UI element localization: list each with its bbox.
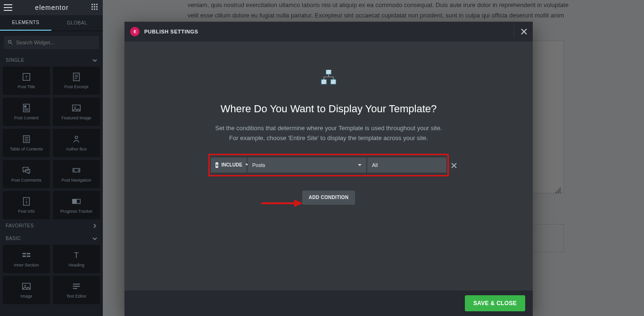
elementor-badge-icon: E: [130, 27, 140, 36]
widget-label: Text Editor: [66, 294, 87, 299]
search-icon: [8, 40, 13, 45]
widget-search[interactable]: [4, 36, 99, 49]
widget-label: Image: [20, 294, 32, 299]
widget-post-excerpt[interactable]: Post Excerpt: [53, 67, 100, 95]
widget-post-info[interactable]: Post Info: [3, 191, 50, 219]
condition-row-wrapper: + INCLUDE Posts All: [211, 158, 446, 173]
modal-title: PUBLISH SETTINGS: [144, 29, 198, 34]
widget-inner-section[interactable]: Inner Section: [3, 245, 50, 273]
condition-mode-select[interactable]: + INCLUDE: [211, 158, 247, 173]
section-single[interactable]: SINGLE: [0, 54, 103, 67]
section-single-label: SINGLE: [6, 58, 25, 63]
sidebar-tabs: ELEMENTS GLOBAL: [0, 15, 103, 31]
sidebar-header: elementor: [0, 0, 103, 15]
modal-body: Where Do You Want to Display Your Templa…: [124, 42, 533, 291]
widget-featured-image[interactable]: Featured Image: [53, 98, 100, 126]
search-input[interactable]: [16, 40, 95, 45]
condition-scope-label: All: [372, 162, 378, 168]
apps-grid-icon[interactable]: [91, 4, 99, 11]
add-condition-button[interactable]: ADD CONDITION: [302, 191, 355, 205]
widget-post-navigation[interactable]: Post Navigation: [53, 160, 100, 188]
condition-type-label: Posts: [252, 162, 265, 168]
svg-rect-25: [23, 256, 26, 257]
widget-label: Post Info: [18, 209, 35, 214]
widget-label: Featured Image: [61, 116, 91, 121]
section-favorites[interactable]: FAVORITES: [0, 219, 103, 232]
widget-label: Post Comments: [11, 178, 41, 183]
widget-label: Table of Contents: [10, 147, 43, 152]
condition-scope-select[interactable]: All: [367, 158, 446, 173]
annotation-arrow-icon: [261, 199, 304, 208]
modal-subtext: Set the conditions that determine where …: [215, 124, 442, 143]
sitemap-icon: [320, 70, 337, 86]
svg-point-29: [25, 285, 26, 286]
modal-heading: Where Do You Want to Display Your Templa…: [221, 103, 437, 115]
widget-label: Inner Section: [14, 263, 39, 268]
condition-type-select[interactable]: Posts: [248, 158, 366, 173]
widget-post-title[interactable]: TPost Title: [3, 67, 50, 95]
elementor-sidebar: elementor ELEMENTS GLOBAL SINGLE TPost T…: [0, 0, 103, 316]
widget-progress-tracker[interactable]: Progress Tracker: [53, 191, 100, 219]
caret-down-icon: [358, 162, 362, 168]
modal-close-button[interactable]: [514, 25, 527, 38]
widget-label: Post Navigation: [61, 178, 91, 183]
svg-rect-22: [73, 199, 77, 203]
svg-point-19: [26, 199, 27, 200]
svg-rect-24: [27, 253, 30, 254]
modal-subtext-line2: For example, choose 'Entire Site' to dis…: [229, 134, 428, 141]
svg-text:T: T: [25, 75, 28, 80]
close-icon: [451, 163, 457, 168]
svg-point-16: [75, 136, 78, 139]
tab-global[interactable]: GLOBAL: [51, 15, 103, 31]
condition-remove-button[interactable]: [451, 162, 457, 170]
chevron-right-icon: [92, 224, 97, 228]
widget-toc[interactable]: Table of Contents: [3, 129, 50, 157]
svg-text:T: T: [74, 251, 79, 259]
widget-label: Post Excerpt: [64, 85, 88, 90]
svg-rect-23: [23, 253, 26, 254]
condition-mode-label: INCLUDE: [221, 162, 242, 167]
widget-label: Author Box: [66, 147, 87, 152]
hamburger-icon[interactable]: [4, 4, 12, 11]
chevron-down-icon: [92, 58, 97, 63]
save-and-close-button[interactable]: SAVE & CLOSE: [465, 295, 525, 311]
widget-label: Heading: [68, 263, 84, 268]
basic-widgets-grid: Inner Section THeading Image Text Editor: [0, 245, 103, 304]
modal-footer: SAVE & CLOSE: [124, 291, 533, 316]
section-basic-label: BASIC: [6, 236, 21, 241]
widget-post-content[interactable]: Post Content: [3, 98, 50, 126]
tab-elements[interactable]: ELEMENTS: [0, 15, 51, 31]
modal-header: E PUBLISH SETTINGS: [124, 22, 533, 42]
widget-post-comments[interactable]: Post Comments: [3, 160, 50, 188]
svg-rect-26: [27, 256, 30, 257]
widget-label: Progress Tracker: [60, 209, 93, 214]
widget-image[interactable]: Image: [3, 276, 50, 304]
plus-icon: +: [215, 162, 218, 168]
publish-settings-modal: E PUBLISH SETTINGS Where Do You Want to …: [124, 22, 533, 316]
svg-rect-7: [24, 106, 26, 108]
single-widgets-grid: TPost Title Post Excerpt Post Content Fe…: [0, 67, 103, 219]
elementor-logo: elementor: [12, 4, 91, 11]
chevron-down-icon: [92, 236, 97, 241]
widget-author-box[interactable]: Author Box: [53, 129, 100, 157]
widget-heading[interactable]: THeading: [53, 245, 100, 273]
widget-label: Post Title: [17, 85, 35, 90]
modal-subtext-line1: Set the conditions that determine where …: [215, 125, 442, 132]
svg-rect-6: [24, 104, 30, 112]
widget-text-editor[interactable]: Text Editor: [53, 276, 100, 304]
condition-row: + INCLUDE Posts All: [211, 158, 446, 173]
section-favorites-label: FAVORITES: [6, 223, 34, 228]
section-basic[interactable]: BASIC: [0, 232, 103, 245]
svg-point-11: [74, 107, 76, 108]
close-icon: [521, 28, 527, 35]
widget-label: Post Content: [14, 116, 39, 121]
